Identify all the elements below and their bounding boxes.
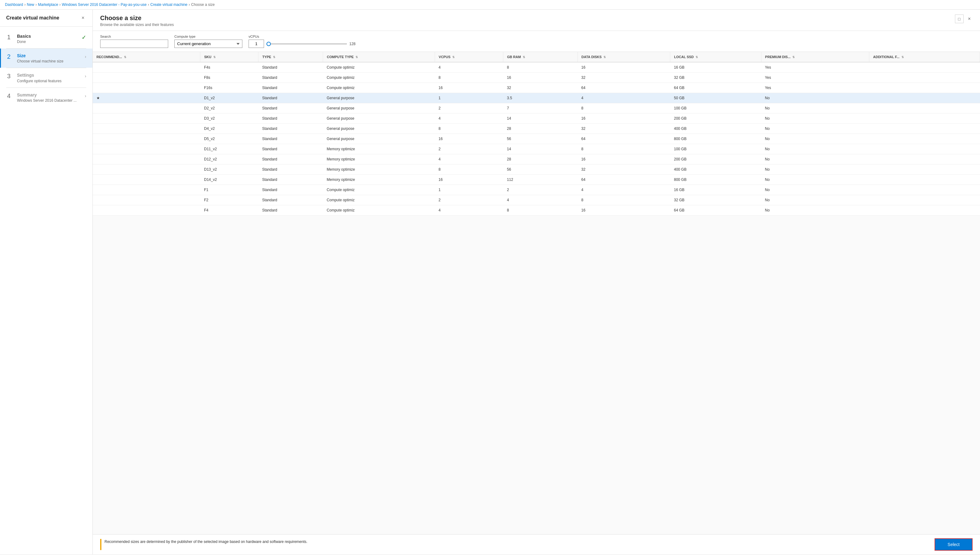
col-data-disks[interactable]: DATA DISKS ⇅ [578,52,670,62]
step-3-label: Settings [17,72,81,78]
sku-cell: D11_v2 [200,144,258,154]
step-3-number: 3 [7,72,13,79]
table-row[interactable]: D13_v2StandardMemory optimize85632400 GB… [93,165,980,175]
vcpu-group: vCPUs 128 [248,35,355,48]
vcpus-cell: 2 [435,195,503,205]
col-gb-ram[interactable]: GB RAM ⇅ [503,52,578,62]
breadcrumb-dashboard[interactable]: Dashboard [5,2,23,7]
table-row[interactable]: D14_v2StandardMemory optimize1611264800 … [93,175,980,185]
step-basics[interactable]: 1 Basics Done ✓ [0,29,93,48]
table-row[interactable]: D4_v2StandardGeneral purpose82832400 GBN… [93,124,980,134]
sku-cell: F4 [200,205,258,215]
table-header-row: RECOMMEND... ⇅ SKU ⇅ TYPE ⇅ COMPUTE TYPE… [93,52,980,62]
type-cell: Standard [258,124,323,134]
col-sku[interactable]: SKU ⇅ [200,52,258,62]
compute-type-cell: General purpose [323,124,435,134]
local-ssd-cell: 200 GB [670,154,761,165]
table-row[interactable]: ★D1_v2StandardGeneral purpose13.5450 GBN… [93,93,980,103]
data-disks-cell: 64 [578,134,670,144]
compute-type-cell: Compute optimiz [323,195,435,205]
note-bar-accent [100,539,101,550]
sku-cell: D1_v2 [200,93,258,103]
additional-f-cell [870,73,980,83]
breadcrumb-marketplace[interactable]: Marketplace [38,2,58,7]
table-row[interactable]: D5_v2StandardGeneral purpose165664800 GB… [93,134,980,144]
additional-f-cell [870,103,980,114]
local-ssd-cell: 100 GB [670,103,761,114]
vcpu-min-input[interactable] [248,40,264,48]
table-row[interactable]: F4sStandardCompute optimiz481616 GBYes [93,62,980,73]
recommended-cell [93,134,200,144]
table-row[interactable]: D2_v2StandardGeneral purpose278100 GBNo [93,103,980,114]
col-premium-dis[interactable]: PREMIUM DIS... ⇅ [761,52,869,62]
minimize-button[interactable]: □ [955,14,964,23]
table-row[interactable]: F8sStandardCompute optimiz8163232 GBYes [93,73,980,83]
step-3-chevron-icon: › [85,74,86,79]
data-disks-cell: 32 [578,165,670,175]
compute-type-cell: General purpose [323,114,435,124]
gb-ram-cell: 4 [503,195,578,205]
recommendation-note: Recommended sizes are determined by the … [100,539,307,550]
sku-cell: F8s [200,73,258,83]
table-row[interactable]: F16sStandardCompute optimiz16326464 GBYe… [93,83,980,93]
table-row[interactable]: F2StandardCompute optimiz24832 GBNo [93,195,980,205]
col-vcpus[interactable]: VCPUS ⇅ [435,52,503,62]
recommended-cell: ★ [93,93,200,103]
recommended-cell [93,103,200,114]
col-recommended[interactable]: RECOMMEND... ⇅ [93,52,200,62]
sort-vcpus-icon: ⇅ [452,56,455,59]
col-type[interactable]: TYPE ⇅ [258,52,323,62]
table-row[interactable]: D3_v2StandardGeneral purpose41416200 GBN… [93,114,980,124]
col-local-ssd[interactable]: LOCAL SSD ⇅ [670,52,761,62]
gb-ram-cell: 8 [503,62,578,73]
data-disks-cell: 8 [578,195,670,205]
panel-subtitle: Browse the available sizes and their fea… [100,22,174,27]
sku-cell: F1 [200,185,258,195]
close-left-panel-button[interactable]: × [80,14,86,21]
col-additional-f[interactable]: ADDITIONAL F... ⇅ [870,52,980,62]
recommended-cell [93,154,200,165]
type-cell: Standard [258,62,323,73]
premium-dis-cell: No [761,124,869,134]
vcpus-cell: 8 [435,124,503,134]
compute-type-group: Compute type Current generation All gene… [175,35,242,48]
vcpu-slider[interactable] [266,43,347,45]
close-right-panel-button[interactable]: × [966,14,973,23]
table-row[interactable]: D11_v2StandardMemory optimize2148100 GBN… [93,144,980,154]
breadcrumb-new[interactable]: New [27,2,34,7]
col-compute-type[interactable]: COMPUTE TYPE ⇅ [323,52,435,62]
table-row[interactable]: D12_v2StandardMemory optimize42816200 GB… [93,154,980,165]
sort-premium-icon: ⇅ [793,56,795,59]
data-disks-cell: 8 [578,144,670,154]
premium-dis-cell: Yes [761,73,869,83]
type-cell: Standard [258,103,323,114]
table-row[interactable]: F4StandardCompute optimiz481664 GBNo [93,205,980,215]
compute-type-cell: Compute optimiz [323,205,435,215]
select-button[interactable]: Select [935,538,973,551]
left-panel-title: Create virtual machine [6,15,59,21]
data-disks-cell: 16 [578,205,670,215]
step-4-number: 4 [7,92,13,99]
data-disks-cell: 4 [578,185,670,195]
panel-actions: □ × [955,14,973,23]
compute-type-select[interactable]: Current generation All generations [175,40,242,48]
local-ssd-cell: 800 GB [670,175,761,185]
vcpus-cell: 16 [435,134,503,144]
step-size[interactable]: 2 Size Choose virtual machine size › [0,48,93,68]
step-summary[interactable]: 4 Summary Windows Server 2016 Datacenter… [0,88,93,107]
search-input[interactable] [100,40,168,48]
premium-dis-cell: No [761,144,869,154]
gb-ram-cell: 14 [503,144,578,154]
breadcrumb-windows-server[interactable]: Windows Server 2016 Datacenter - Pay-as-… [62,2,147,7]
breadcrumb-create-vm[interactable]: Create virtual machine [150,2,187,7]
step-settings[interactable]: 3 Settings Configure optional features › [0,68,93,87]
table-row[interactable]: F1StandardCompute optimiz12416 GBNo [93,185,980,195]
recommended-cell [93,195,200,205]
compute-type-cell: Memory optimize [323,175,435,185]
compute-type-label: Compute type [175,35,242,38]
sku-cell: D14_v2 [200,175,258,185]
compute-type-cell: Memory optimize [323,165,435,175]
panel-title: Choose a size [100,14,174,22]
sku-cell: D5_v2 [200,134,258,144]
local-ssd-cell: 400 GB [670,124,761,134]
